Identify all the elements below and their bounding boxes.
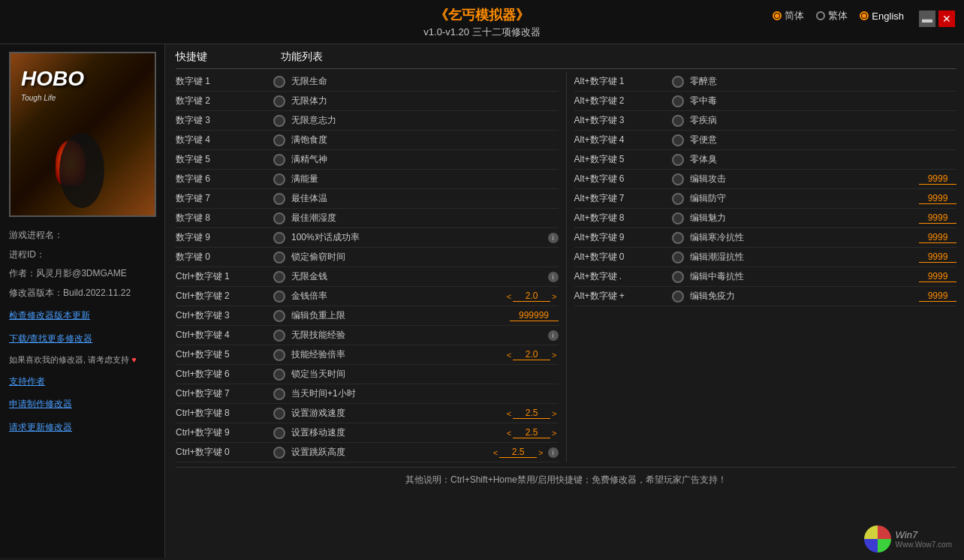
toggle-ctrl-numkey4[interactable] — [273, 330, 285, 342]
lang-english[interactable]: English — [860, 11, 904, 22]
toggle-alt-numkey3[interactable] — [672, 115, 684, 127]
shortcut-header: 快捷键 — [176, 50, 281, 64]
toggle-ctrl-numkey8[interactable] — [273, 408, 285, 420]
info-numkey9[interactable]: i — [548, 233, 559, 243]
toggle-alt-numkey8[interactable] — [672, 212, 684, 224]
toggle-alt-numkey0[interactable] — [672, 251, 684, 263]
toggle-alt-numkey4[interactable] — [672, 134, 684, 146]
toggle-alt-numkey-dot[interactable] — [672, 271, 684, 283]
toggle-numkey3[interactable] — [273, 115, 285, 127]
arrow-left-ctrl9[interactable]: < — [505, 429, 513, 438]
lang-traditional[interactable]: 繁体 — [816, 9, 848, 23]
footer-note: 其他说明：Ctrl+Shift+Home禁用/启用快捷键；免费修改器，希望玩家广… — [176, 467, 956, 489]
download-more-link[interactable]: 下载/查找更多修改器 — [9, 330, 155, 348]
toggle-ctrl-numkey0[interactable] — [273, 447, 285, 459]
label-ctrl-numkey5: 技能经验倍率 — [291, 348, 505, 361]
arrow-right-ctrl5[interactable]: > — [550, 351, 558, 360]
check-update-link[interactable]: 检查修改器版本更新 — [9, 307, 155, 324]
request-update-link[interactable]: 请求更新修改器 — [9, 419, 155, 436]
label-numkey0: 锁定偷窃时间 — [291, 251, 559, 263]
support-note: 如果喜欢我的修改器, 请考虑支持 ♥ — [9, 354, 155, 367]
toggle-numkey4[interactable] — [273, 134, 285, 146]
toggle-numkey9[interactable] — [273, 232, 285, 244]
key-ctrl-numkey2: Ctrl+数字键 2 — [176, 290, 273, 303]
arrow-left-ctrl5[interactable]: < — [505, 351, 513, 360]
toggle-alt-numkey7[interactable] — [672, 193, 684, 205]
arrow-right-ctrl0[interactable]: > — [537, 448, 544, 457]
toggle-alt-numkey-plus[interactable] — [672, 291, 684, 303]
input-ctrl-numkey0[interactable] — [499, 447, 537, 458]
input-ctrl-numkey9[interactable] — [513, 427, 550, 438]
input-alt-numkey-plus[interactable] — [919, 291, 956, 302]
label-alt-numkey2: 零中毒 — [690, 95, 957, 107]
info-ctrl-numkey0[interactable]: i — [548, 447, 559, 458]
feature-ctrl-numkey2: Ctrl+数字键 2 金钱倍率 < > — [176, 287, 559, 306]
arrow-left-ctrl8[interactable]: < — [505, 409, 513, 418]
label-alt-numkey9: 编辑寒冷抗性 — [690, 231, 920, 244]
lang-english-radio[interactable] — [860, 11, 869, 20]
input-alt-numkey9[interactable] — [919, 232, 956, 243]
game-logo-sub: Tough Life — [21, 94, 56, 102]
lang-simplified[interactable]: 简体 — [773, 9, 804, 23]
toggle-alt-numkey5[interactable] — [672, 154, 684, 166]
input-alt-numkey8[interactable] — [919, 212, 956, 224]
toggle-ctrl-numkey2[interactable] — [273, 291, 285, 303]
minimize-button[interactable]: ▬ — [919, 11, 935, 27]
input-alt-numkey6[interactable] — [919, 173, 956, 185]
input-ctrl-numkey8[interactable] — [513, 408, 550, 419]
input-alt-numkey7[interactable] — [919, 193, 956, 204]
lang-simplified-radio[interactable] — [773, 11, 782, 20]
win7-text: Win7 — [896, 529, 952, 540]
feature-ctrl-numkey6: Ctrl+数字键 6 锁定当天时间 — [176, 365, 559, 384]
key-alt-numkey9: Alt+数字键 9 — [574, 231, 672, 244]
info-ctrl-numkey4[interactable]: i — [548, 330, 559, 341]
label-alt-numkey4: 零便意 — [690, 134, 957, 146]
label-ctrl-numkey3: 编辑负重上限 — [291, 309, 510, 322]
toggle-alt-numkey9[interactable] — [672, 232, 684, 244]
toggle-numkey2[interactable] — [273, 95, 285, 107]
toggle-ctrl-numkey6[interactable] — [273, 369, 285, 381]
key-numkey4: 数字键 4 — [176, 134, 273, 146]
toggle-alt-numkey2[interactable] — [672, 95, 684, 107]
key-numkey9: 数字键 9 — [176, 231, 273, 244]
close-button[interactable]: ✕ — [938, 11, 955, 27]
toggle-ctrl-numkey5[interactable] — [273, 349, 285, 361]
game-process-label: 游戏进程名： — [9, 227, 155, 244]
arrow-right-ctrl9[interactable]: > — [550, 429, 558, 438]
key-alt-numkey0: Alt+数字键 0 — [574, 251, 672, 263]
toggle-alt-numkey1[interactable] — [672, 76, 684, 88]
input-ctrl-numkey2[interactable] — [513, 291, 550, 302]
key-alt-numkey5: Alt+数字键 5 — [574, 153, 672, 166]
lang-simplified-label: 简体 — [785, 9, 804, 23]
game-image: HOBO Tough Life — [9, 52, 156, 217]
toggle-numkey1[interactable] — [273, 76, 285, 88]
lang-traditional-label: 繁体 — [828, 9, 848, 23]
input-alt-numkey-dot[interactable] — [919, 271, 956, 282]
input-alt-numkey0[interactable] — [919, 251, 956, 263]
label-numkey4: 满饱食度 — [291, 134, 559, 146]
toggle-alt-numkey6[interactable] — [672, 173, 684, 185]
toggle-ctrl-numkey7[interactable] — [273, 388, 285, 400]
toggle-ctrl-numkey9[interactable] — [273, 427, 285, 439]
toggle-numkey5[interactable] — [273, 154, 285, 166]
label-ctrl-numkey9: 设置移动速度 — [291, 426, 505, 439]
arrow-left-ctrl0[interactable]: < — [492, 448, 499, 457]
arrow-right-ctrl2[interactable]: > — [550, 292, 558, 301]
toggle-ctrl-numkey1[interactable] — [273, 271, 285, 283]
toggle-numkey6[interactable] — [273, 173, 285, 185]
key-ctrl-numkey1: Ctrl+数字键 1 — [176, 270, 273, 283]
input-ctrl-numkey5[interactable] — [513, 349, 550, 360]
arrow-left-ctrl2[interactable]: < — [505, 292, 513, 301]
support-author-link[interactable]: 支持作者 — [9, 373, 155, 390]
toggle-numkey8[interactable] — [273, 212, 285, 224]
toggle-numkey0[interactable] — [273, 251, 285, 263]
input-ctrl-numkey3[interactable] — [510, 310, 559, 321]
toggle-ctrl-numkey3[interactable] — [273, 310, 285, 322]
info-ctrl-numkey1[interactable]: i — [548, 272, 559, 282]
lang-traditional-radio[interactable] — [816, 11, 825, 20]
arrow-right-ctrl8[interactable]: > — [550, 409, 558, 418]
request-trainer-link[interactable]: 申请制作修改器 — [9, 396, 155, 413]
toggle-numkey7[interactable] — [273, 193, 285, 205]
label-ctrl-numkey6: 锁定当天时间 — [291, 368, 559, 381]
key-alt-numkey1: Alt+数字键 1 — [574, 75, 672, 88]
